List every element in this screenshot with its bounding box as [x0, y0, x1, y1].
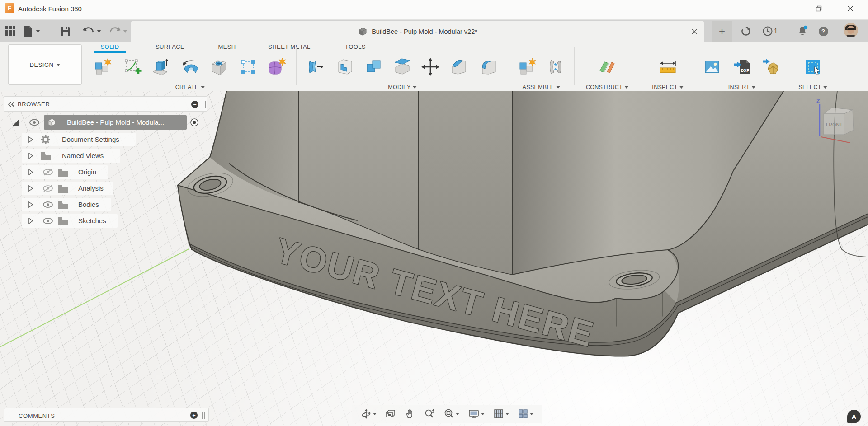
group-separator	[574, 47, 575, 85]
viewports-button[interactable]	[518, 408, 533, 419]
browser-header[interactable]: BROWSER −	[4, 96, 207, 112]
tool-new-component[interactable]	[92, 56, 113, 78]
collapsed-triangle-icon[interactable]	[28, 185, 33, 192]
tool-create-form[interactable]	[266, 56, 288, 78]
user-avatar[interactable]	[844, 23, 858, 37]
extensions-button[interactable]	[740, 25, 752, 37]
visibility-eye-icon[interactable]	[42, 217, 54, 225]
browser-collapse-button[interactable]: −	[191, 101, 198, 108]
tool-select[interactable]	[802, 56, 824, 78]
group-label-modify[interactable]: MODIFY	[388, 84, 416, 90]
visibility-eye-icon[interactable]	[29, 119, 40, 126]
restore-button[interactable]	[811, 2, 826, 15]
browser-row-label[interactable]: Sketches	[78, 217, 106, 225]
group-label-select[interactable]: SELECT	[798, 84, 827, 90]
tool-insert-mesh[interactable]	[760, 56, 782, 78]
double-chevron-left-icon[interactable]	[8, 102, 15, 107]
visibility-hidden-eye-icon[interactable]	[42, 168, 54, 176]
viewport-canvas[interactable]: YOUR TEXT HERE Z FRONT BROWSER −	[0, 91, 868, 426]
help-button[interactable]: ?	[817, 25, 829, 37]
pan-button[interactable]	[405, 408, 415, 419]
tool-rectangular-pattern[interactable]	[237, 56, 259, 78]
tool-construction-plane[interactable]	[596, 56, 618, 78]
add-comment-button[interactable]: +	[190, 412, 198, 419]
group-label-assemble[interactable]: ASSEMBLE	[523, 84, 560, 90]
tool-insert-dxf[interactable]: DXF	[731, 56, 753, 78]
browser-root-row[interactable]: BuildBee - Pulp Mold - Modula...	[0, 115, 208, 129]
tool-extrude[interactable]	[150, 56, 171, 78]
display-settings-button[interactable]	[468, 408, 485, 419]
browser-drag-handle[interactable]	[203, 101, 206, 108]
tab-tools[interactable]: TOOLS	[344, 42, 367, 51]
close-button[interactable]	[843, 2, 858, 15]
tab-sheet-metal[interactable]: SHEET METAL	[267, 42, 311, 51]
browser-row-label[interactable]: Analysis	[78, 184, 104, 192]
group-label-create[interactable]: CREATE	[175, 84, 205, 90]
collapsed-triangle-icon[interactable]	[28, 169, 33, 175]
group-separator	[694, 47, 694, 85]
browser-row-label[interactable]: Bodies	[78, 201, 99, 208]
browser-root-label[interactable]: BuildBee - Pulp Mold - Modula...	[67, 118, 164, 126]
app-grid-button[interactable]	[4, 25, 17, 37]
undo-button[interactable]	[80, 25, 102, 37]
tool-assemble-new-component[interactable]	[516, 56, 538, 78]
minimize-button[interactable]	[781, 2, 796, 15]
comments-drag-handle[interactable]	[202, 412, 205, 419]
tool-fillet[interactable]	[478, 56, 500, 78]
mold-body[interactable]: YOUR TEXT HERE	[178, 91, 868, 356]
group-label-insert[interactable]: INSERT	[728, 84, 755, 90]
viewports-icon	[518, 408, 528, 419]
tool-hole[interactable]	[208, 56, 230, 78]
tab-close-button[interactable]	[689, 27, 699, 37]
tab-surface[interactable]: SURFACE	[155, 42, 185, 51]
browser-row-label[interactable]: Named Views	[62, 152, 104, 159]
comments-panel[interactable]: COMMENTS +	[4, 408, 209, 422]
tool-split-body[interactable]	[392, 56, 413, 78]
workspace-selector[interactable]: DESIGN	[8, 44, 82, 85]
visibility-hidden-eye-icon[interactable]	[42, 184, 54, 192]
redo-button[interactable]	[107, 25, 128, 37]
document-tab[interactable]: BuildBee - Pulp Mold - Modular v22*	[131, 21, 704, 42]
activate-component-radio[interactable]	[190, 118, 199, 127]
chevron-down-icon[interactable]	[505, 413, 509, 415]
tool-revolve[interactable]	[180, 56, 202, 78]
tool-canvas[interactable]	[701, 56, 723, 78]
expanded-triangle-icon[interactable]	[13, 119, 19, 126]
tool-shell[interactable]	[334, 56, 356, 78]
folder-icon	[58, 168, 69, 177]
chevron-down-icon[interactable]	[456, 413, 459, 415]
tool-create-sketch[interactable]	[122, 56, 144, 78]
browser-row-label[interactable]: Origin	[78, 168, 96, 176]
file-menu-button[interactable]	[21, 25, 42, 37]
collapsed-triangle-icon[interactable]	[28, 218, 33, 224]
tool-chamfer[interactable]	[448, 56, 470, 78]
save-button[interactable]	[59, 25, 72, 37]
chevron-down-icon[interactable]	[530, 413, 533, 415]
assistant-button[interactable]: A	[847, 410, 861, 423]
tool-move-copy[interactable]	[420, 56, 441, 78]
look-at-button[interactable]	[385, 408, 396, 419]
tool-measure[interactable]	[657, 56, 679, 78]
collapsed-triangle-icon[interactable]	[28, 201, 33, 208]
notifications-button[interactable]	[797, 25, 808, 37]
orbit-button[interactable]	[361, 408, 377, 419]
group-label-inspect[interactable]: INSPECT	[652, 84, 683, 90]
chevron-down-icon	[752, 86, 755, 89]
group-label-construct[interactable]: CONSTRUCT	[586, 84, 628, 90]
zoom-button[interactable]	[424, 408, 435, 419]
new-tab-button[interactable]: +	[712, 21, 732, 42]
tool-combine[interactable]	[363, 56, 385, 78]
browser-row-label[interactable]: Document Settings	[62, 136, 119, 143]
chevron-down-icon[interactable]	[373, 413, 377, 415]
chevron-down-icon[interactable]	[481, 413, 485, 415]
fit-button[interactable]	[443, 408, 459, 419]
grid-display-button[interactable]	[493, 408, 509, 419]
collapsed-triangle-icon[interactable]	[28, 153, 33, 159]
tab-solid[interactable]: SOLID	[99, 42, 120, 51]
collapsed-triangle-icon[interactable]	[28, 136, 33, 143]
visibility-eye-icon[interactable]	[42, 201, 54, 209]
tool-press-pull[interactable]	[305, 56, 326, 78]
tab-mesh[interactable]: MESH	[217, 42, 236, 51]
tool-joint[interactable]	[545, 56, 566, 78]
job-status-button[interactable]	[762, 25, 774, 37]
